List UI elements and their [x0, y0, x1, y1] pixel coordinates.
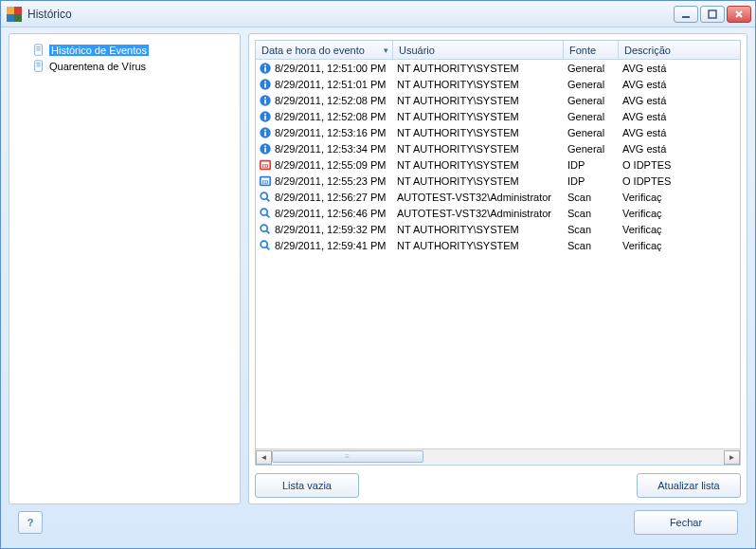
close-button-label: Fechar: [670, 517, 702, 528]
cell-desc: Verificaç: [619, 192, 740, 203]
table-row[interactable]: 8/29/2011, 12:56:27 PMAUTOTEST-VST32\Adm…: [256, 189, 740, 205]
maximize-button[interactable]: [700, 6, 725, 23]
svg-rect-13: [264, 67, 266, 71]
maximize-icon: [708, 9, 717, 19]
table-row[interactable]: ID8/29/2011, 12:55:23 PMNT AUTHORITY\SYS…: [256, 173, 740, 189]
cell-date: 8/29/2011, 12:51:01 PM: [256, 78, 393, 91]
svg-rect-25: [264, 132, 266, 136]
empty-list-label: Lista vazia: [282, 480, 332, 491]
cell-desc: AVG está: [619, 127, 740, 138]
table-row[interactable]: 8/29/2011, 12:51:00 PMNT AUTHORITY\SYSTE…: [256, 60, 740, 76]
cell-user: NT AUTHORITY\SYSTEM: [393, 240, 564, 251]
column-header-desc[interactable]: Descrição: [619, 41, 740, 59]
column-header-source[interactable]: Fonte: [564, 41, 619, 59]
svg-rect-14: [264, 64, 266, 66]
svg-point-40: [261, 241, 267, 247]
cell-date: 8/29/2011, 12:53:34 PM: [256, 142, 393, 156]
table-row[interactable]: 8/29/2011, 12:53:16 PMNT AUTHORITY\SYSTE…: [256, 124, 740, 140]
empty-list-button[interactable]: Lista vazia: [255, 473, 359, 498]
cell-source: Scan: [564, 240, 619, 251]
cell-date-text: 8/29/2011, 12:53:16 PM: [275, 127, 386, 138]
table-row[interactable]: 8/29/2011, 12:59:32 PMNT AUTHORITY\SYSTE…: [256, 221, 740, 237]
cell-desc: O IDPTES: [619, 175, 740, 187]
scroll-track[interactable]: ≡: [272, 450, 724, 465]
cell-date: 8/29/2011, 12:59:32 PM: [256, 223, 393, 236]
svg-line-39: [266, 230, 269, 233]
events-grid: Data e hora do evento ▾ Usuário Fonte De…: [255, 40, 741, 466]
close-button[interactable]: Fechar: [634, 510, 738, 535]
svg-rect-20: [264, 97, 266, 99]
info-icon: [259, 94, 272, 107]
scroll-thumb[interactable]: ≡: [272, 450, 423, 463]
svg-point-38: [261, 225, 267, 231]
cell-date-text: 8/29/2011, 12:59:41 PM: [275, 240, 386, 251]
table-row[interactable]: 8/29/2011, 12:59:41 PMNT AUTHORITY\SYSTE…: [256, 237, 740, 253]
idp-blue-icon: ID: [259, 174, 272, 188]
cell-source: General: [564, 127, 619, 138]
cell-source: General: [564, 95, 619, 106]
footer: ? Fechar: [9, 510, 747, 542]
tree-panel: Histórico de EventosQuarentena de Vírus: [9, 33, 241, 504]
svg-point-34: [261, 192, 267, 199]
tree-item[interactable]: Histórico de Eventos: [28, 42, 234, 58]
table-row[interactable]: 8/29/2011, 12:56:46 PMAUTOTEST-VST32\Adm…: [256, 205, 740, 221]
history-window: Histórico Histórico de EventosQuarentena…: [0, 0, 756, 549]
cell-source: Scan: [564, 208, 619, 219]
cell-date: 8/29/2011, 12:56:46 PM: [256, 207, 393, 220]
cell-source: Scan: [564, 224, 619, 235]
close-icon: [734, 9, 744, 19]
svg-rect-22: [264, 116, 266, 119]
cell-user: NT AUTHORITY\SYSTEM: [393, 159, 564, 171]
page-icon: [32, 44, 45, 57]
tree-item-label: Histórico de Eventos: [49, 45, 149, 56]
cell-desc: AVG está: [619, 143, 740, 155]
cell-user: AUTOTEST-VST32\Administrator: [393, 208, 564, 219]
table-row[interactable]: 8/29/2011, 12:53:34 PMNT AUTHORITY\SYSTE…: [256, 140, 740, 156]
svg-rect-17: [264, 81, 266, 82]
cell-user: NT AUTHORITY\SYSTEM: [393, 95, 564, 106]
table-row[interactable]: ID8/29/2011, 12:55:09 PMNT AUTHORITY\SYS…: [256, 156, 740, 173]
cell-date-text: 8/29/2011, 12:52:08 PM: [275, 111, 386, 122]
cell-date-text: 8/29/2011, 12:56:46 PM: [275, 208, 386, 219]
tree-item-label: Quarentena de Vírus: [49, 61, 146, 72]
table-row[interactable]: 8/29/2011, 12:52:08 PMNT AUTHORITY\SYSTE…: [256, 108, 740, 124]
cell-date-text: 8/29/2011, 12:53:34 PM: [275, 143, 386, 155]
titlebar: Histórico: [1, 1, 755, 27]
info-icon: [259, 126, 272, 139]
svg-rect-0: [682, 16, 690, 18]
info-icon: [259, 62, 272, 75]
column-header-user-label: Usuário: [399, 45, 435, 56]
scroll-right-button[interactable]: ►: [724, 450, 740, 465]
cell-desc: Verificaç: [619, 240, 740, 251]
table-row[interactable]: 8/29/2011, 12:51:01 PMNT AUTHORITY\SYSTE…: [256, 76, 740, 92]
horizontal-scrollbar[interactable]: ◄ ≡ ►: [256, 448, 740, 465]
column-header-user[interactable]: Usuário: [393, 41, 564, 59]
minimize-button[interactable]: [674, 6, 698, 23]
search-icon: [259, 207, 272, 220]
cell-desc: Verificaç: [619, 224, 740, 235]
scroll-left-button[interactable]: ◄: [256, 450, 272, 465]
svg-point-36: [261, 209, 267, 215]
cell-user: NT AUTHORITY\SYSTEM: [393, 143, 564, 155]
cell-date-text: 8/29/2011, 12:51:01 PM: [275, 79, 386, 90]
cell-date-text: 8/29/2011, 12:55:09 PM: [275, 159, 386, 171]
panels: Histórico de EventosQuarentena de Vírus …: [9, 33, 747, 504]
table-row[interactable]: 8/29/2011, 12:52:08 PMNT AUTHORITY\SYSTE…: [256, 92, 740, 108]
refresh-list-button[interactable]: Atualizar lista: [637, 473, 741, 498]
column-header-date[interactable]: Data e hora do evento ▾: [256, 41, 393, 59]
panel-button-row: Lista vazia Atualizar lista: [255, 473, 741, 498]
tree-item[interactable]: Quarentena de Vírus: [28, 58, 234, 74]
content-area: Histórico de EventosQuarentena de Vírus …: [1, 27, 755, 548]
cell-source: IDP: [564, 159, 619, 171]
info-icon: [259, 142, 272, 156]
grid-body: 8/29/2011, 12:51:00 PMNT AUTHORITY\SYSTE…: [256, 60, 740, 448]
help-button[interactable]: ?: [18, 511, 43, 534]
cell-date: 8/29/2011, 12:52:08 PM: [256, 94, 393, 107]
idp-red-icon: ID: [259, 158, 272, 172]
cell-date: ID8/29/2011, 12:55:09 PM: [256, 158, 393, 172]
cell-user: NT AUTHORITY\SYSTEM: [393, 79, 564, 90]
column-header-desc-label: Descrição: [624, 45, 671, 56]
cell-date-text: 8/29/2011, 12:56:27 PM: [275, 192, 386, 203]
close-window-button[interactable]: [727, 6, 751, 23]
svg-text:ID: ID: [262, 178, 269, 184]
